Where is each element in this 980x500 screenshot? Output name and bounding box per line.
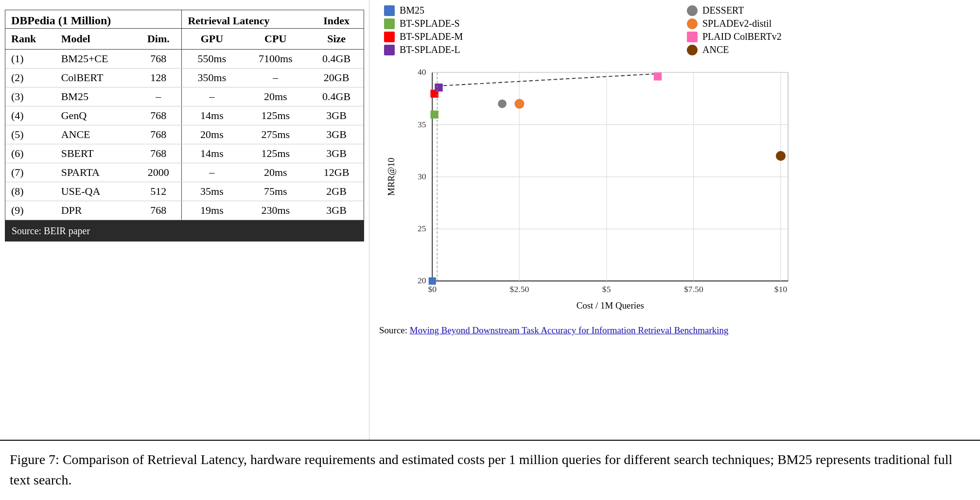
legend-marker — [687, 18, 698, 29]
table-row: (5) ANCE 768 20ms 275ms 3GB — [5, 125, 364, 144]
legend-item: DESSERT — [687, 5, 970, 16]
table-row: (7) SPARTA 2000 – 20ms 12GB — [5, 163, 364, 182]
svg-text:$10: $10 — [774, 284, 788, 294]
cell-gpu: 20ms — [182, 125, 242, 144]
cell-rank: (7) — [5, 163, 55, 182]
svg-text:35: 35 — [418, 120, 426, 129]
svg-text:Cost / 1M Queries: Cost / 1M Queries — [577, 300, 644, 310]
cell-cpu: 275ms — [242, 125, 309, 144]
cell-gpu: – — [182, 87, 242, 106]
cell-gpu: 19ms — [182, 201, 242, 220]
cell-size: 0.4GB — [309, 50, 364, 69]
cell-size: 20GB — [309, 69, 364, 87]
legend-item: SPLADEv2-distil — [687, 18, 970, 29]
bottom-caption: Figure 7: Comparison of Retrieval Latenc… — [0, 440, 980, 500]
cell-size: 2GB — [309, 182, 364, 201]
cell-gpu: 35ms — [182, 182, 242, 201]
cell-rank: (1) — [5, 50, 55, 69]
cell-model: ANCE — [55, 125, 136, 144]
point-bm25 — [429, 277, 436, 285]
cell-dim: 768 — [135, 201, 182, 220]
legend-marker — [384, 18, 395, 29]
legend-label: ANCE — [702, 44, 729, 55]
cell-dim: 128 — [135, 69, 182, 87]
col-size: Size — [309, 29, 364, 50]
table-title: DBPedia (1 Million) — [5, 10, 182, 29]
point-bt-splade-l — [435, 84, 442, 91]
table-source-text: Source: BEIR paper — [12, 225, 90, 236]
svg-text:20: 20 — [418, 276, 426, 285]
cell-size: 3GB — [309, 201, 364, 220]
cell-rank: (8) — [5, 182, 55, 201]
point-plaid-colbert — [654, 72, 662, 80]
table-row: (3) BM25 – – 20ms 0.4GB — [5, 87, 364, 106]
cell-cpu: 20ms — [242, 163, 309, 182]
table-wrapper: DBPedia (1 Million) Retrieval Latency In… — [5, 10, 364, 221]
cell-cpu: 125ms — [242, 144, 309, 163]
legend-item: BT-SPLADE-S — [384, 18, 667, 29]
legend-item: BT-SPLADE-L — [384, 44, 667, 55]
legend-marker — [384, 5, 395, 16]
legend-label: SPLADEv2-distil — [702, 18, 771, 29]
cell-gpu: 550ms — [182, 50, 242, 69]
legend-item: BM25 — [384, 5, 667, 16]
col-model: Model — [55, 29, 136, 50]
cell-cpu: 125ms — [242, 106, 309, 125]
right-panel: BM25 DESSERT BT-SPLADE-S SPLADEv2-distil… — [369, 0, 980, 440]
table-row: (2) ColBERT 128 350ms – 20GB — [5, 69, 364, 87]
cell-dim: – — [135, 87, 182, 106]
table-row: (1) BM25+CE 768 550ms 7100ms 0.4GB — [5, 50, 364, 69]
legend-label: DESSERT — [702, 5, 744, 16]
cell-dim: 512 — [135, 182, 182, 201]
svg-text:$7.50: $7.50 — [684, 284, 703, 294]
cell-gpu: 14ms — [182, 106, 242, 125]
legend-item: ANCE — [687, 44, 970, 55]
legend-label: BT-SPLADE-L — [400, 44, 460, 55]
legend-marker — [687, 5, 698, 16]
col-cpu: CPU — [242, 29, 309, 50]
cell-dim: 768 — [135, 144, 182, 163]
cell-rank: (3) — [5, 87, 55, 106]
cell-size: 3GB — [309, 144, 364, 163]
left-panel: DBPedia (1 Million) Retrieval Latency In… — [0, 0, 369, 440]
chart-source-link[interactable]: Moving Beyond Downstream Task Accuracy f… — [410, 325, 729, 335]
chart-area: 40 35 30 25 20 $0 $2.50 $5 $7.50 $10 Cos… — [379, 60, 970, 435]
legend-label: BT-SPLADE-M — [400, 31, 463, 42]
cell-rank: (2) — [5, 69, 55, 87]
cell-model: ColBERT — [55, 69, 136, 87]
svg-text:25: 25 — [418, 224, 426, 233]
col-gpu: GPU — [182, 29, 242, 50]
content-area: DBPedia (1 Million) Retrieval Latency In… — [0, 0, 980, 440]
cell-rank: (4) — [5, 106, 55, 125]
legend-marker — [384, 32, 395, 42]
table-row: (9) DPR 768 19ms 230ms 3GB — [5, 201, 364, 220]
cell-cpu: 20ms — [242, 87, 309, 106]
chart-svg: 40 35 30 25 20 $0 $2.50 $5 $7.50 $10 Cos… — [379, 60, 817, 318]
cell-gpu: 350ms — [182, 69, 242, 87]
cell-size: 3GB — [309, 106, 364, 125]
legend-area: BM25 DESSERT BT-SPLADE-S SPLADEv2-distil… — [379, 5, 970, 55]
col-rank: Rank — [5, 29, 55, 50]
chart-source-text: Source: — [379, 325, 410, 335]
cell-model: SBERT — [55, 144, 136, 163]
legend-marker — [687, 32, 698, 42]
chart-svg-container: 40 35 30 25 20 $0 $2.50 $5 $7.50 $10 Cos… — [379, 60, 970, 320]
legend-label: BM25 — [400, 5, 424, 16]
latency-section-title: Retrieval Latency — [182, 10, 309, 29]
cell-model: USE-QA — [55, 182, 136, 201]
index-section-title: Index — [309, 10, 364, 29]
table-row: (8) USE-QA 512 35ms 75ms 2GB — [5, 182, 364, 201]
cell-cpu: 7100ms — [242, 50, 309, 69]
cell-dim: 768 — [135, 50, 182, 69]
point-dessert — [498, 100, 507, 108]
table-body: (1) BM25+CE 768 550ms 7100ms 0.4GB (2) C… — [5, 50, 364, 220]
point-ance — [776, 151, 786, 161]
legend-label: PLAID ColBERTv2 — [702, 31, 782, 42]
main-container: DBPedia (1 Million) Retrieval Latency In… — [0, 0, 980, 500]
cell-cpu: – — [242, 69, 309, 87]
cell-rank: (6) — [5, 144, 55, 163]
col-dim: Dim. — [135, 29, 182, 50]
svg-text:$5: $5 — [602, 284, 611, 294]
cell-gpu: – — [182, 163, 242, 182]
table-header-sub: Rank Model Dim. GPU CPU Size — [5, 29, 364, 50]
